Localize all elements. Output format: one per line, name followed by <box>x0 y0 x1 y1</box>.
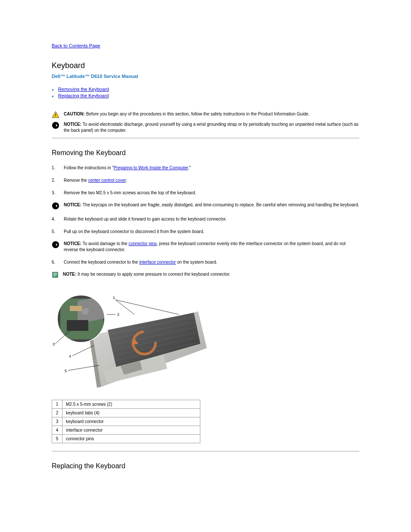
notice-text: To avoid electrostatic discharge, ground… <box>64 122 358 133</box>
toc-bullets: Removing the Keyboard Replacing the Keyb… <box>52 87 359 98</box>
notice-icon <box>52 202 59 210</box>
step-4: 4.Rotate the keyboard up and slide it fo… <box>52 216 359 222</box>
replacing-keyboard-heading: Replacing the Keyboard <box>52 462 359 470</box>
notice-keycaps: NOTICE: The keycaps on the keyboard are … <box>52 202 359 210</box>
caution-label: CAUTION: <box>64 112 85 116</box>
svg-text:1: 1 <box>113 296 115 300</box>
toc-link-replacing[interactable]: Replacing the Keyboard <box>58 93 109 98</box>
svg-rect-23 <box>67 320 88 331</box>
svg-text:2: 2 <box>117 312 119 317</box>
notice-connector: NOTICE: To avoid damage to the connector… <box>52 241 359 253</box>
step-5: 5.Pull up on the keyboard connector to d… <box>52 228 359 235</box>
svg-line-34 <box>72 345 94 356</box>
page-title: Keyboard <box>52 61 359 70</box>
callout-table: 1M2.5 x 5-mm screws (2) 2keyboard tabs (… <box>52 400 200 443</box>
caution-notice: ! CAUTION: Before you begin any of the p… <box>52 111 359 118</box>
link-preparing[interactable]: Preparing to Work Inside the Computer <box>114 165 188 170</box>
notice-icon <box>52 241 59 249</box>
svg-point-4 <box>52 241 59 248</box>
step-6: 6.Connect the keyboard connector to the … <box>52 259 359 265</box>
removing-keyboard-heading: Removing the Keyboard <box>52 149 359 157</box>
svg-point-24 <box>82 308 89 315</box>
back-to-contents-link[interactable]: Back to Contents Page <box>52 43 359 48</box>
link-connector-pins[interactable]: connector pins <box>128 241 156 246</box>
step-2: 2.Remove the center control cover. <box>52 177 359 184</box>
link-interface-connector[interactable]: interface connector <box>139 260 176 264</box>
notice-esd: NOTICE: To avoid electrostatic discharge… <box>52 121 359 134</box>
svg-text:5: 5 <box>65 369 67 373</box>
divider <box>52 451 359 451</box>
svg-text:3: 3 <box>53 342 55 346</box>
svg-point-2 <box>52 122 59 129</box>
caution-text: Before you begin any of the procedures i… <box>86 112 310 116</box>
svg-point-3 <box>52 202 59 209</box>
note-pressure: NOTE: It may be necessary to apply some … <box>52 271 359 278</box>
toc-link-removing[interactable]: Removing the Keyboard <box>58 87 109 92</box>
caution-icon: ! <box>52 111 59 118</box>
link-center-cover[interactable]: center control cover <box>88 178 126 183</box>
keyboard-diagram: 1 2 3 4 5 <box>52 288 207 391</box>
step-3: 3.Remove the two M2.5 x 5-mm screws acro… <box>52 190 359 196</box>
divider <box>52 138 359 138</box>
note-icon <box>52 271 59 278</box>
svg-rect-25 <box>70 306 82 311</box>
document-subtitle: Dell™ Latitude™ D610 Service Manual <box>52 74 359 79</box>
notice-icon <box>52 121 59 129</box>
svg-text:4: 4 <box>69 354 71 358</box>
svg-text:!: ! <box>55 113 56 117</box>
notice-label: NOTICE: <box>64 122 81 127</box>
step-1: 1.Follow the instructions in "Preparing … <box>52 165 359 171</box>
